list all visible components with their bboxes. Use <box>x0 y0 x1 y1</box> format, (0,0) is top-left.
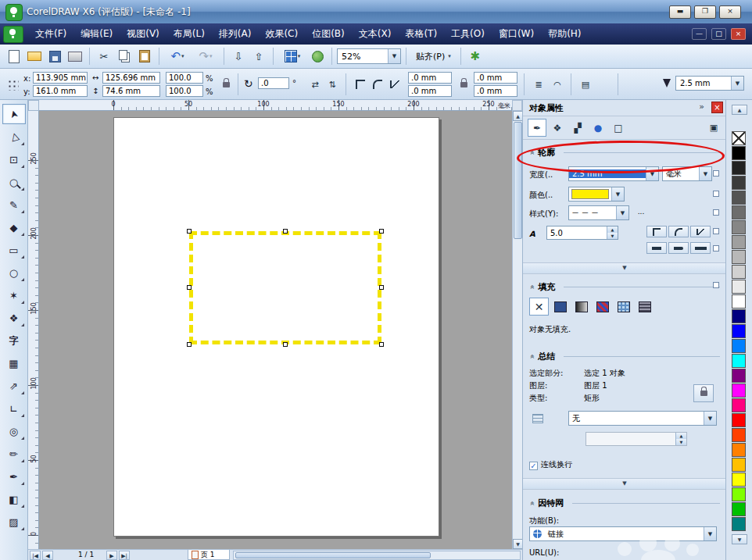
spin-down-icon[interactable]: ▼ <box>607 233 618 239</box>
mirror-horizontal-button[interactable]: ⇄ <box>306 77 324 92</box>
close-button[interactable]: × <box>719 5 741 19</box>
palette-color-swatch[interactable] <box>732 502 746 516</box>
palette-color-swatch[interactable] <box>732 369 746 383</box>
corner-round-button[interactable] <box>668 226 689 237</box>
tab-frame[interactable]: □ <box>609 119 628 137</box>
corner-round-button[interactable] <box>369 77 386 92</box>
selection-handle-e[interactable] <box>379 285 384 290</box>
crop-tool[interactable]: ⊡ <box>2 149 26 169</box>
fountain-fill-button[interactable] <box>571 298 591 316</box>
wrap-text-button[interactable]: ≣ <box>530 77 547 92</box>
new-document-button[interactable] <box>5 47 23 66</box>
zoom-level-combo[interactable]: 52% ▼ <box>337 48 401 64</box>
horizontal-scroll-thumb[interactable] <box>235 552 431 558</box>
palette-scroll-up-button[interactable]: ▲ <box>732 105 747 115</box>
save-button[interactable] <box>45 47 64 66</box>
palette-color-swatch[interactable] <box>732 265 746 279</box>
zoom-tool[interactable]: ○ <box>2 172 26 192</box>
palette-color-swatch[interactable] <box>732 383 746 398</box>
spin-down-icon[interactable]: ▼ <box>676 439 686 445</box>
unit-dropdown-icon[interactable]: ▼ <box>699 167 711 180</box>
summary-spin-buttons[interactable]: ▲▼ <box>675 433 686 445</box>
palette-color-swatch[interactable] <box>732 517 746 531</box>
cut-button[interactable]: ✂ <box>95 47 113 66</box>
corner-chamfer-button[interactable] <box>386 77 403 92</box>
menu-item[interactable]: 帮助(H) <box>541 23 588 45</box>
text-wrap-dropdown-button[interactable]: ▤ <box>577 77 594 92</box>
palette-color-swatch[interactable] <box>732 324 746 338</box>
selection-handle-se[interactable] <box>379 342 384 347</box>
doc-close-button[interactable]: × <box>731 28 746 40</box>
scrollbar-corner-button[interactable] <box>512 100 522 111</box>
docker-collapse-icon[interactable]: » <box>699 102 704 112</box>
corner-lock-button[interactable] <box>455 77 472 92</box>
menu-item[interactable]: 工具(O) <box>444 23 492 45</box>
menu-item[interactable]: 效果(C) <box>258 23 305 45</box>
menu-item[interactable]: 编辑(E) <box>73 23 120 45</box>
outline-unit-combo[interactable]: 毫米 ▼ <box>662 166 712 181</box>
tab-internet[interactable]: ● <box>589 119 607 137</box>
corner-radius-tl-field[interactable]: .0 mm <box>408 72 452 84</box>
blend-tool[interactable]: ◎ <box>2 421 26 441</box>
restore-button[interactable]: ❐ <box>694 5 716 19</box>
share-cap-checkbox[interactable] <box>713 245 719 251</box>
texture-fill-button[interactable] <box>614 298 633 316</box>
corner-radius-br-field[interactable]: .0 mm <box>474 85 517 97</box>
text-tool[interactable]: 字 <box>2 330 26 351</box>
palette-color-swatch[interactable] <box>732 176 746 190</box>
palette-color-swatch[interactable] <box>732 458 746 472</box>
palette-color-swatch[interactable] <box>732 205 746 219</box>
no-fill-button[interactable]: ✕ <box>529 298 549 316</box>
tab-outline[interactable]: ✒ <box>528 119 546 137</box>
pattern-fill-button[interactable] <box>593 298 612 316</box>
outline-color-combo[interactable]: ▼ <box>568 187 625 202</box>
last-page-button[interactable]: ▶| <box>119 551 130 560</box>
share-fill-checkbox[interactable] <box>713 282 719 288</box>
zoom-dropdown-icon[interactable]: ▼ <box>388 49 400 63</box>
outline-width-combo[interactable]: 2.5 mm ▼ <box>675 76 744 91</box>
palette-no-color-swatch[interactable] <box>732 131 746 145</box>
import-button[interactable]: ⇩ <box>229 47 248 66</box>
vertical-scroll-thumb[interactable] <box>514 122 522 239</box>
export-button[interactable]: ⇧ <box>249 47 268 66</box>
undo-dropdown-icon[interactable]: ▾ <box>181 53 184 59</box>
corner-radius-tr-field[interactable]: .0 mm <box>474 72 517 84</box>
previous-page-button[interactable]: ◀ <box>42 551 53 560</box>
style-set-combo[interactable]: 无 ▼ <box>568 411 717 426</box>
menu-item[interactable]: 文件(F) <box>28 23 73 45</box>
spin-up-icon[interactable]: ▲ <box>676 433 686 439</box>
summary-spinner-field[interactable]: ▲▼ <box>585 432 687 446</box>
horizontal-scrollbar[interactable] <box>233 551 521 560</box>
selection-handle-w[interactable] <box>187 285 192 290</box>
corner-radius-bl-field[interactable]: .0 mm <box>408 85 452 97</box>
minimize-button[interactable]: ▬ <box>669 5 691 19</box>
share-color-checkbox[interactable] <box>713 191 719 197</box>
horizontal-ruler[interactable]: 毫米 050100150200250 <box>39 100 512 111</box>
cap-extend-button[interactable] <box>690 242 711 254</box>
rectangle-tool[interactable]: ▭ <box>2 240 26 260</box>
menu-item[interactable]: 视图(V) <box>120 23 167 45</box>
style-set-dropdown-icon[interactable]: ▼ <box>704 412 716 425</box>
menu-item[interactable]: 位图(B) <box>305 23 352 45</box>
outline-section-header[interactable]: » 轮廓 <box>523 144 726 161</box>
tab-transparency[interactable]: ▞ <box>568 119 587 137</box>
menu-item[interactable]: 窗口(W) <box>492 23 541 45</box>
eyedropper-tool[interactable]: ✏ <box>2 444 26 464</box>
palette-color-swatch[interactable] <box>732 339 746 353</box>
selection-handle-ne[interactable] <box>379 229 384 234</box>
polygon-tool[interactable]: ✶ <box>2 285 26 305</box>
palette-color-swatch[interactable] <box>732 235 746 249</box>
copy-button[interactable] <box>115 47 134 66</box>
internet-section-header[interactable]: » 因特网 <box>523 494 726 512</box>
style-more-button[interactable]: ... <box>634 206 648 219</box>
mirror-vertical-button[interactable]: ⇅ <box>324 77 341 92</box>
x-position-field[interactable]: 113.905 mm <box>33 72 88 84</box>
spin-up-icon[interactable]: ▲ <box>607 226 618 233</box>
ellipse-tool[interactable]: ○ <box>2 262 26 283</box>
palette-color-swatch[interactable] <box>732 473 746 487</box>
vertical-scrollbar[interactable]: ▲ ▼ <box>512 111 522 549</box>
outline-style-combo[interactable]: — — — ▼ <box>568 205 629 220</box>
palette-color-swatch[interactable] <box>732 294 746 309</box>
selection-handle-s[interactable] <box>283 342 288 347</box>
palette-color-swatch[interactable] <box>732 398 746 412</box>
